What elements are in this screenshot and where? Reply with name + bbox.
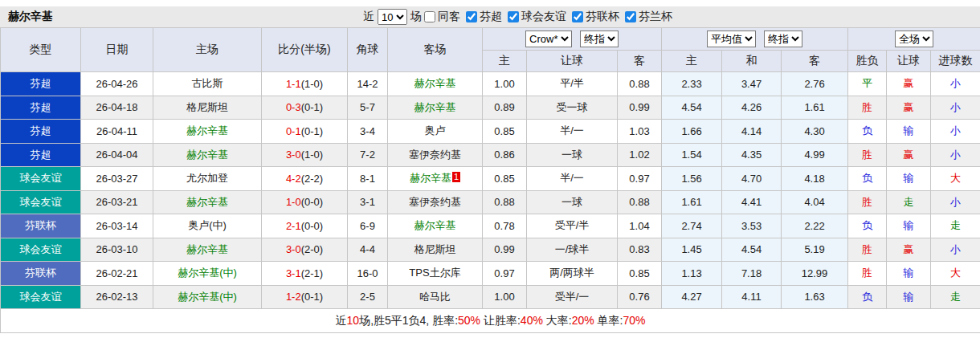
league-checkbox-3[interactable] <box>625 11 636 22</box>
cell-corners: 8-1 <box>348 167 388 191</box>
cell-goals-result: 大 <box>931 167 980 191</box>
cell-away-team: 赫尔辛基 <box>388 96 483 120</box>
team-badge: 1 <box>452 172 460 182</box>
cell-avg-home: 2.33 <box>662 72 722 96</box>
cell-competition: 芬超 <box>1 143 81 167</box>
match-count-select[interactable]: 10 <box>378 9 407 25</box>
half-time-score: (0-0) <box>301 196 323 208</box>
cell-avg-home: 4.54 <box>662 96 722 120</box>
cell-result: 胜 <box>848 262 887 286</box>
col-avg-away: 客 <box>782 51 848 72</box>
cell-corners: 2-5 <box>348 285 388 309</box>
table-row: 球会友谊26-03-21赫尔辛基1-0(0-0)3-1塞伊奈约基0.88一球0.… <box>1 190 980 214</box>
col-home: 主场 <box>153 28 262 72</box>
cell-odds-home: 0.86 <box>483 143 527 167</box>
table-row: 芬超26-04-26古比斯1-1(1-0)14-2赫尔辛基1.00平/半0.88… <box>1 72 980 96</box>
cell-avg-draw: 4.54 <box>722 238 782 262</box>
half-time-score: (0-1) <box>301 125 323 137</box>
cell-competition: 芬联杯 <box>1 262 81 286</box>
cell-handicap-result: 走 <box>887 190 931 214</box>
half-time-score: (2-1) <box>301 267 323 279</box>
cell-score: 1-1(1-0) <box>262 72 348 96</box>
cell-corners: 3-4 <box>348 120 388 144</box>
home-team-name: 格尼斯坦 <box>186 101 228 113</box>
home-team-name: 赫尔辛基 <box>186 149 228 161</box>
cell-odds-home: 1.00 <box>483 285 527 309</box>
col-away: 客场 <box>388 28 483 72</box>
cell-competition: 芬超 <box>1 120 81 144</box>
half-time-score: (0-1) <box>301 101 323 113</box>
summary-segment-1: 10 <box>347 314 360 327</box>
cell-avg-draw: 4.70 <box>722 167 782 191</box>
half-time-score: (1-0) <box>301 78 323 90</box>
home-team-name: 赫尔辛基 <box>186 196 228 208</box>
cell-odds-home: 0.99 <box>483 238 527 262</box>
avg-time-select[interactable]: 终指 <box>764 31 802 47</box>
near-label: 近 <box>363 10 374 24</box>
league-filter-3: 芬兰杯 <box>623 10 672 24</box>
cell-avg-home: 1.45 <box>662 238 722 262</box>
cell-date: 26-04-26 <box>81 72 153 96</box>
cell-date: 26-04-11 <box>81 120 153 144</box>
top-strip <box>0 0 980 6</box>
home-team-name: 尤尔加登 <box>186 172 228 184</box>
cell-odds-home: 0.97 <box>483 262 527 286</box>
league-checkbox-2[interactable] <box>572 11 583 22</box>
league-checkbox-1[interactable] <box>508 11 519 22</box>
cell-score: 4-2(2-2) <box>262 167 348 191</box>
col-goals: 进球数 <box>931 51 980 72</box>
col-handicap: 让球 <box>527 51 618 72</box>
table-row: 球会友谊26-02-13赫尔辛基(中)1-2(0-1)2-5哈马比1.00受半/… <box>1 285 980 309</box>
cell-avg-home: 1.13 <box>662 262 722 286</box>
full-time-score: 1-2 <box>286 291 301 303</box>
cell-avg-away: 1.63 <box>782 285 848 309</box>
cell-away-team: 赫尔辛基1 <box>388 167 483 191</box>
league-filter-2: 芬联杯 <box>570 10 619 24</box>
cell-odds-away: 1.04 <box>618 214 662 238</box>
cell-score: 0-1(0-1) <box>262 120 348 144</box>
half-time-score: (0-0) <box>301 220 323 232</box>
cell-home-team: 赫尔辛基 <box>153 190 262 214</box>
league-checkbox-0[interactable] <box>466 11 477 22</box>
cell-avg-away: 2.22 <box>782 214 848 238</box>
table-row: 芬超26-04-18格尼斯坦0-3(0-1)5-7赫尔辛基0.89受一球0.99… <box>1 96 980 120</box>
home-team-name: 赫尔辛基 <box>186 124 228 136</box>
away-team-name: 赫尔辛基 <box>414 77 456 89</box>
cell-result: 胜 <box>848 190 887 214</box>
cell-date: 26-02-13 <box>81 285 153 309</box>
cell-avg-draw: 4.35 <box>722 143 782 167</box>
cell-odds-away: 0.83 <box>618 238 662 262</box>
odds-time-select[interactable]: 终指 <box>580 31 619 47</box>
cell-avg-away: 1.61 <box>782 96 848 120</box>
cell-away-team: 塞伊奈约基 <box>388 143 483 167</box>
cell-odds-home: 0.85 <box>483 167 527 191</box>
avg-source-select[interactable]: 平均值 <box>707 31 756 47</box>
same-away-checkbox[interactable] <box>424 11 435 22</box>
away-team-name: TPS土尔库 <box>409 267 460 279</box>
cell-odds-home: 0.88 <box>483 190 527 214</box>
cell-avg-draw: 3.47 <box>722 72 782 96</box>
cell-odds-away: 0.85 <box>618 262 662 286</box>
cell-home-team: 赫尔辛基 <box>153 143 262 167</box>
scope-select[interactable]: 全场 <box>895 31 933 47</box>
cell-result: 平 <box>848 72 887 96</box>
cell-home-team: 赫尔辛基 <box>153 120 262 144</box>
cell-goals-result: 大 <box>931 262 980 286</box>
cell-odds-away: 0.76 <box>618 285 662 309</box>
cell-avg-draw: 3.53 <box>722 214 782 238</box>
away-team-name: 格尼斯坦 <box>414 243 456 255</box>
col-handicap-result: 让球 <box>887 51 931 72</box>
cell-avg-away: 2.76 <box>782 72 848 96</box>
cell-odds-home: 0.78 <box>483 214 527 238</box>
full-time-score: 1-1 <box>286 78 301 90</box>
home-team-name: 赫尔辛基 <box>186 243 228 255</box>
home-team-name: 赫尔辛基(中) <box>178 291 237 303</box>
full-time-score: 1-0 <box>286 196 301 208</box>
odds-source-select[interactable]: Crow* <box>525 31 572 47</box>
match-history-table: 类型 日期 主场 比分(半场) 角球 客场 Crow* 终指 平均值 终指 全场 <box>0 27 980 333</box>
col-avg-draw: 和 <box>722 51 782 72</box>
table-row: 芬联杯26-03-14奥卢(中)2-1(0-0)6-9赫尔辛基0.78受平/半1… <box>1 214 980 238</box>
cell-goals-result: 小 <box>931 72 980 96</box>
cell-competition: 球会友谊 <box>1 190 81 214</box>
cell-goals-result: 小 <box>931 190 980 214</box>
